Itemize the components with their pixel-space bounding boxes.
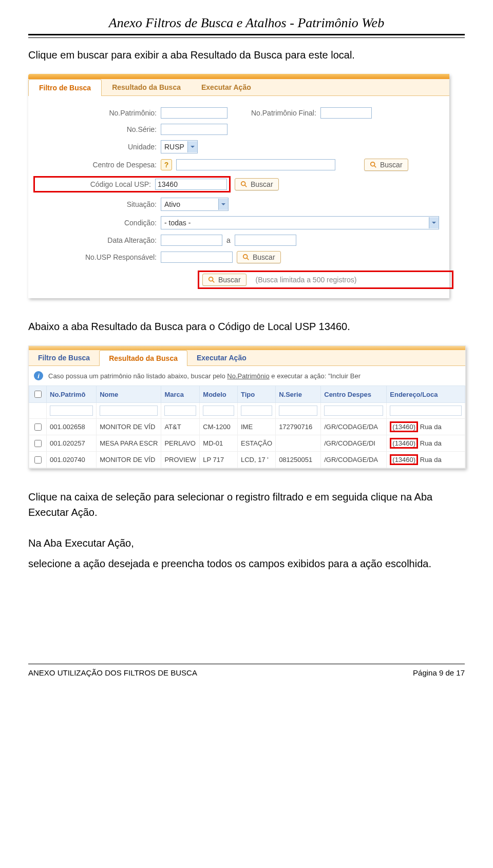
input-no-patrimonio[interactable] bbox=[161, 107, 227, 119]
cell-no: 001.020740 bbox=[47, 452, 97, 468]
info-text: Caso possua um patrimônio não listado ab… bbox=[48, 372, 361, 380]
col-nserie[interactable]: N.Serie bbox=[276, 386, 321, 403]
paragraph-4: Na Aba Executar Ação, bbox=[28, 535, 465, 551]
svg-point-4 bbox=[243, 255, 248, 259]
tab-resultado-busca[interactable]: Resultado da Busca bbox=[99, 350, 187, 366]
svg-point-6 bbox=[209, 277, 213, 281]
cell-modelo: CM-1200 bbox=[200, 419, 238, 435]
cell-modelo: LP 717 bbox=[200, 452, 238, 468]
input-no-patrimonio-final[interactable] bbox=[320, 107, 372, 119]
buscar-label: Buscar bbox=[218, 276, 241, 284]
info-bar: i Caso possua um patrimônio não listado … bbox=[29, 366, 465, 385]
col-tipo[interactable]: Tipo bbox=[237, 386, 275, 403]
info-link[interactable]: No.Patrimônio bbox=[227, 372, 269, 380]
row-checkbox[interactable] bbox=[34, 440, 42, 447]
search-icon bbox=[208, 276, 215, 283]
cell-modelo: MD-01 bbox=[200, 435, 238, 452]
table-header-row: No.Patrimô Nome Marca Modelo Tipo N.Seri… bbox=[29, 386, 465, 403]
search-icon bbox=[242, 254, 250, 261]
cell-nserie bbox=[276, 435, 321, 452]
help-icon[interactable]: ? bbox=[161, 159, 172, 170]
input-centro-despesa[interactable] bbox=[176, 159, 335, 170]
buscar-label: Buscar bbox=[251, 180, 273, 188]
buscar-centro-button[interactable]: Buscar bbox=[364, 159, 408, 171]
tab-resultado-busca[interactable]: Resultado da Busca bbox=[102, 79, 191, 95]
tab-filtro-busca[interactable]: Filtro de Busca bbox=[28, 79, 102, 96]
buscar-codigo-local-button[interactable]: Buscar bbox=[235, 178, 279, 190]
highlight-main-buscar: Buscar (Busca limitada a 500 registros) bbox=[198, 271, 453, 289]
cell-centro: /GR/CODAGE/DA bbox=[321, 452, 387, 468]
tab-executar-acao[interactable]: Executar Ação bbox=[191, 79, 261, 95]
tab-filtro-busca[interactable]: Filtro de Busca bbox=[29, 350, 99, 365]
table-row[interactable]: 001.002658 MONITOR DE VÍD AT&T CM-1200 I… bbox=[29, 419, 465, 435]
filter-nserie[interactable] bbox=[279, 406, 317, 416]
label-no-patrimonio-final: No.Patrimônio Final: bbox=[251, 109, 316, 117]
footer-left: ANEXO UTILIZAÇÃO DOS FILTROS DE BUSCA bbox=[28, 668, 197, 677]
svg-line-7 bbox=[213, 281, 215, 283]
select-situacao-value: Ativo bbox=[161, 200, 183, 208]
chevron-down-icon bbox=[429, 217, 439, 228]
select-situacao[interactable]: Ativo bbox=[161, 198, 229, 211]
filter-marca[interactable] bbox=[164, 406, 196, 416]
highlight-codloc: (13460) bbox=[390, 421, 418, 432]
search-icon bbox=[370, 161, 377, 168]
tab-bar: Filtro de Busca Resultado da Busca Execu… bbox=[29, 350, 465, 366]
table-row[interactable]: 001.020740 MONITOR DE VÍD PROVIEW LP 717… bbox=[29, 452, 465, 468]
table-filter-row bbox=[29, 403, 465, 419]
filter-endereco[interactable] bbox=[390, 406, 462, 416]
label-condicao: Condição: bbox=[33, 219, 157, 227]
cell-marca: PERLAVO bbox=[161, 435, 200, 452]
info-icon: i bbox=[34, 371, 43, 380]
row-checkbox[interactable] bbox=[34, 423, 42, 431]
col-modelo[interactable]: Modelo bbox=[200, 386, 238, 403]
screenshot-resultado-busca: Filtro de Busca Resultado da Busca Execu… bbox=[28, 345, 466, 469]
svg-line-3 bbox=[245, 185, 247, 187]
buscar-usp-resp-button[interactable]: Buscar bbox=[237, 251, 281, 263]
col-endereco[interactable]: Endereço/Loca bbox=[387, 386, 465, 403]
col-centro[interactable]: Centro Despes bbox=[321, 386, 387, 403]
cell-nome: MESA PARA ESCR bbox=[97, 435, 161, 452]
cell-end-text: Rua da bbox=[420, 456, 442, 464]
label-between: a bbox=[226, 236, 231, 244]
input-no-usp-resp[interactable] bbox=[161, 252, 233, 263]
cell-nserie: 172790716 bbox=[276, 419, 321, 435]
results-table: No.Patrimô Nome Marca Modelo Tipo N.Seri… bbox=[29, 385, 465, 468]
col-nome[interactable]: Nome bbox=[97, 386, 161, 403]
paragraph-5: selecione a ação desejada e preencha tod… bbox=[28, 556, 465, 571]
filter-no-patrimo[interactable] bbox=[50, 406, 93, 416]
filter-modelo[interactable] bbox=[203, 406, 234, 416]
doc-title: Anexo Filtros de Busca e Atalhos - Patri… bbox=[28, 15, 465, 31]
chevron-down-icon bbox=[187, 141, 197, 152]
input-data-alteracao-de[interactable] bbox=[161, 235, 222, 246]
row-checkbox[interactable] bbox=[34, 456, 42, 464]
col-marca[interactable]: Marca bbox=[161, 386, 200, 403]
cell-centro: /GR/CODAGE/DI bbox=[321, 435, 387, 452]
select-all-checkbox[interactable] bbox=[34, 391, 42, 398]
buscar-label: Buscar bbox=[253, 253, 275, 261]
table-row[interactable]: 001.020257 MESA PARA ESCR PERLAVO MD-01 … bbox=[29, 435, 465, 452]
highlight-codloc: (13460) bbox=[390, 454, 418, 465]
tab-executar-acao[interactable]: Executar Ação bbox=[187, 350, 256, 365]
cell-endereco: (13460) Rua da bbox=[387, 435, 465, 452]
cell-tipo: IME bbox=[237, 419, 275, 435]
input-data-alteracao-ate[interactable] bbox=[235, 235, 296, 246]
filter-tipo[interactable] bbox=[241, 406, 272, 416]
cell-tipo: LCD, 17 ' bbox=[237, 452, 275, 468]
search-icon bbox=[240, 181, 248, 188]
info-text-prefix: Caso possua um patrimônio não listado ab… bbox=[48, 372, 227, 380]
cell-marca: AT&T bbox=[161, 419, 200, 435]
tab-bar: Filtro de Busca Resultado da Busca Execu… bbox=[28, 79, 449, 96]
svg-line-5 bbox=[247, 258, 249, 260]
input-no-serie[interactable] bbox=[161, 124, 227, 135]
buscar-main-button[interactable]: Buscar bbox=[202, 274, 246, 286]
input-codigo-local[interactable] bbox=[155, 179, 227, 190]
select-condicao[interactable]: - todas - bbox=[161, 216, 439, 229]
cell-end-text: Rua da bbox=[420, 439, 442, 447]
select-condicao-value: - todas - bbox=[161, 219, 194, 227]
filter-centro[interactable] bbox=[324, 406, 383, 416]
cell-marca: PROVIEW bbox=[161, 452, 200, 468]
highlight-codigo-local: Código Local USP: bbox=[33, 176, 231, 192]
filter-nome[interactable] bbox=[100, 406, 158, 416]
col-no-patrimo[interactable]: No.Patrimô bbox=[47, 386, 97, 403]
select-unidade[interactable]: RUSP bbox=[161, 140, 198, 153]
